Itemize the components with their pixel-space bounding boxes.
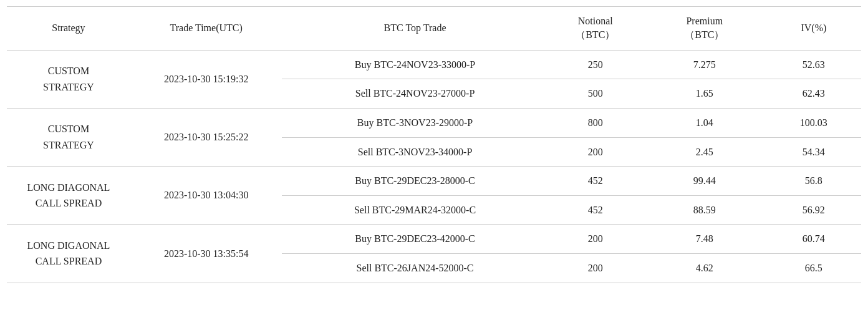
cell-iv-0-0: 52.63 <box>766 50 861 79</box>
table-row: CUSTOMSTRATEGY2023-10-30 15:25:22Buy BTC… <box>7 108 861 137</box>
cell-iv-3-0: 60.74 <box>766 225 861 254</box>
cell-notional-3-1: 200 <box>548 253 643 283</box>
cell-premium-0-0: 7.275 <box>643 50 766 79</box>
cell-premium-1-0: 1.04 <box>643 108 766 137</box>
cell-strategy-0: CUSTOMSTRATEGY <box>7 50 130 108</box>
cell-premium-3-1: 4.62 <box>643 253 766 283</box>
cell-time-0: 2023-10-30 15:19:32 <box>130 50 282 108</box>
cell-iv-1-1: 54.34 <box>766 137 861 167</box>
cell-premium-1-1: 2.45 <box>643 137 766 167</box>
cell-notional-3-0: 200 <box>548 225 643 254</box>
trades-table: Strategy Trade Time(UTC) BTC Top Trade N… <box>7 6 861 283</box>
cell-strategy-3: LONG DIGAONALCALL SPREAD <box>7 225 130 283</box>
cell-iv-2-1: 56.92 <box>766 195 861 225</box>
table-header-row: Strategy Trade Time(UTC) BTC Top Trade N… <box>7 7 861 51</box>
cell-notional-0-0: 250 <box>548 50 643 79</box>
header-premium: Premium（BTC） <box>643 7 766 51</box>
cell-action-3-0: Buy BTC-29DEC23-42000-C <box>282 225 547 254</box>
cell-iv-1-0: 100.03 <box>766 108 861 137</box>
main-table-wrapper: Strategy Trade Time(UTC) BTC Top Trade N… <box>7 6 861 283</box>
cell-action-2-1: Sell BTC-29MAR24-32000-C <box>282 195 547 225</box>
header-btc-top-trade: BTC Top Trade <box>282 7 547 51</box>
cell-iv-2-0: 56.8 <box>766 167 861 196</box>
table-row: LONG DIAGONALCALL SPREAD2023-10-30 13:04… <box>7 167 861 196</box>
cell-iv-0-1: 62.43 <box>766 79 861 109</box>
cell-premium-2-1: 88.59 <box>643 195 766 225</box>
cell-action-1-0: Buy BTC-3NOV23-29000-P <box>282 108 547 137</box>
cell-premium-0-1: 1.65 <box>643 79 766 109</box>
cell-time-2: 2023-10-30 13:04:30 <box>130 167 282 225</box>
header-trade-time: Trade Time(UTC) <box>130 7 282 51</box>
header-iv: IV(%) <box>766 7 861 51</box>
table-row: CUSTOMSTRATEGY2023-10-30 15:19:32Buy BTC… <box>7 50 861 79</box>
table-container: Strategy Trade Time(UTC) BTC Top Trade N… <box>7 6 861 283</box>
cell-strategy-1: CUSTOMSTRATEGY <box>7 108 130 166</box>
cell-notional-1-1: 200 <box>548 137 643 167</box>
cell-strategy-2: LONG DIAGONALCALL SPREAD <box>7 167 130 225</box>
cell-action-0-1: Sell BTC-24NOV23-27000-P <box>282 79 547 109</box>
cell-notional-2-1: 452 <box>548 195 643 225</box>
cell-notional-2-0: 452 <box>548 167 643 196</box>
cell-action-3-1: Sell BTC-26JAN24-52000-C <box>282 253 547 283</box>
cell-iv-3-1: 66.5 <box>766 253 861 283</box>
cell-time-3: 2023-10-30 13:35:54 <box>130 225 282 283</box>
header-notional: Notional（BTC） <box>548 7 643 51</box>
cell-action-2-0: Buy BTC-29DEC23-28000-C <box>282 167 547 196</box>
cell-notional-0-1: 500 <box>548 79 643 109</box>
cell-premium-3-0: 7.48 <box>643 225 766 254</box>
cell-action-0-0: Buy BTC-24NOV23-33000-P <box>282 50 547 79</box>
cell-action-1-1: Sell BTC-3NOV23-34000-P <box>282 137 547 167</box>
header-strategy: Strategy <box>7 7 130 51</box>
table-row: LONG DIGAONALCALL SPREAD2023-10-30 13:35… <box>7 225 861 254</box>
cell-time-1: 2023-10-30 15:25:22 <box>130 108 282 166</box>
cell-premium-2-0: 99.44 <box>643 167 766 196</box>
cell-notional-1-0: 800 <box>548 108 643 137</box>
